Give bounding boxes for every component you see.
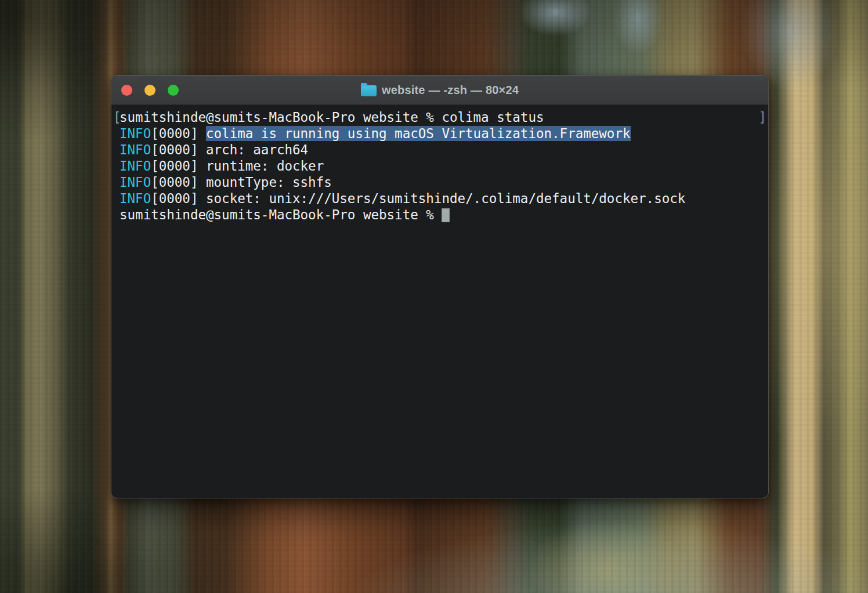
command-line: sumitshinde@sumits-MacBook-Pro website %… — [120, 109, 760, 125]
folder-icon[interactable] — [361, 85, 377, 96]
terminal-text: [0000] arch: aarch64 — [151, 142, 308, 157]
terminal-text: INFO — [120, 142, 151, 157]
prompt-line: sumitshinde@sumits-MacBook-Pro website % — [120, 207, 760, 223]
terminal-text: sumitshinde@sumits-MacBook-Pro website %… — [120, 110, 544, 125]
selected-text: colima is running using macOS Virtualiza… — [206, 126, 631, 141]
terminal-text: INFO — [120, 126, 151, 141]
command-mark-right: ] — [758, 109, 766, 125]
title-area: website — -zsh — 80×24 — [111, 75, 768, 104]
terminal-text: [0000] runtime: docker — [151, 158, 324, 173]
zoom-button[interactable] — [168, 85, 179, 96]
terminal-lines: sumitshinde@sumits-MacBook-Pro website %… — [120, 109, 760, 223]
log-line-socket: INFO[0000] socket: unix:///Users/sumitsh… — [120, 190, 760, 207]
minimize-button[interactable] — [144, 85, 155, 96]
terminal-text: [0000] — [151, 126, 206, 141]
window-title: website — -zsh — 80×24 — [382, 84, 519, 97]
terminal-text: [0000] socket: unix:///Users/sumitshinde… — [151, 191, 685, 206]
terminal-content[interactable]: sumitshinde@sumits-MacBook-Pro website %… — [111, 105, 768, 498]
terminal-text: INFO — [120, 158, 151, 173]
terminal-text: [0000] mountType: sshfs — [151, 175, 332, 190]
terminal-cursor — [442, 208, 450, 222]
window-controls — [111, 85, 179, 96]
log-line-arch: INFO[0000] arch: aarch64 — [120, 142, 760, 158]
terminal-window: website — -zsh — 80×24 sumitshinde@sumit… — [111, 75, 769, 498]
terminal-text: sumitshinde@sumits-MacBook-Pro website % — [120, 207, 442, 222]
log-line-runtime: INFO[0000] runtime: docker — [120, 158, 760, 174]
terminal-text: INFO — [120, 175, 151, 190]
log-line-status: INFO[0000] colima is running using macOS… — [120, 125, 760, 142]
titlebar[interactable]: website — -zsh — 80×24 — [111, 75, 768, 105]
command-mark-left: [ — [113, 109, 121, 125]
log-line-mounttype: INFO[0000] mountType: sshfs — [120, 174, 760, 190]
terminal-text: INFO — [120, 191, 151, 206]
close-button[interactable] — [121, 85, 132, 96]
